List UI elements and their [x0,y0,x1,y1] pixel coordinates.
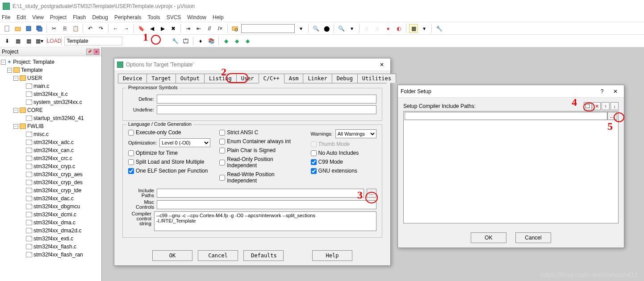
tab-utilities[interactable]: Utilities [357,74,396,83]
menu-view[interactable]: View [32,14,44,21]
optimization-select[interactable]: Level 0 (-O0) [159,138,210,147]
tree-file[interactable]: stm32f4xx_flash_ran [33,252,83,258]
move-down-button[interactable]: ↓ [611,102,619,110]
enum-int-check[interactable]: Enum Container always int [219,138,301,145]
open-file-icon[interactable] [13,24,22,33]
pack2-icon[interactable]: ◆ [232,37,241,45]
tree-file[interactable]: stm32f4xx_flash.c [33,244,76,250]
paste-icon[interactable]: 📋 [71,24,80,33]
help-icon[interactable]: ? [597,88,607,95]
undefine-input[interactable] [157,105,376,114]
menu-tools[interactable]: Tools [148,14,160,21]
split-load-check[interactable]: Split Load and Store Multiple [128,159,210,165]
tree-file[interactable]: main.c [33,83,49,89]
menu-file[interactable]: File [2,14,10,21]
circle4-icon[interactable]: ◐ [394,24,403,33]
strict-ansi-check[interactable]: Strict ANSI C [219,129,301,136]
tab-device[interactable]: Device [118,74,147,83]
redo-icon[interactable]: ↷ [96,24,105,33]
tree-file[interactable]: stm32f4xx_it.c [33,91,68,97]
tree-file[interactable]: stm32f4xx_adc.c [33,139,74,145]
folder-cancel-button[interactable]: Cancel [515,232,551,243]
menu-edit[interactable]: Edit [17,14,26,21]
tree-file[interactable]: stm32f4xx_dma.c [33,219,75,226]
tab-asm[interactable]: Asm [284,74,304,83]
cancel-button[interactable]: Cancel [198,250,238,261]
save-icon[interactable] [24,24,33,33]
target-selector[interactable]: Template [64,37,122,45]
menu-help[interactable]: Help [213,14,224,21]
folder-ok-button[interactable]: OK [471,232,506,243]
translate-icon[interactable]: ⬇ [3,37,12,45]
tree-folder[interactable]: CORE [27,107,43,113]
pack1-icon[interactable]: ◆ [222,37,230,45]
tree-file[interactable]: stm32f4xx_cryp_aes [33,171,83,178]
tree-file[interactable]: stm32f4xx_cryp_tde [33,187,81,194]
outdent-icon[interactable]: ⇤ [194,24,203,33]
path-input[interactable] [405,112,607,120]
comment-icon[interactable]: // [205,24,214,33]
pack3-icon[interactable]: ◆ [243,37,252,45]
close-icon[interactable]: ✕ [610,87,621,96]
tree-folder[interactable]: USER [27,75,42,81]
tree-group[interactable]: Template [21,67,43,73]
tree-file[interactable]: misc.c [33,131,49,137]
tab-debug[interactable]: Debug [332,74,358,83]
tree-file[interactable]: stm32f4xx_can.c [33,147,74,153]
indent-icon[interactable]: ⇥ [184,24,192,33]
misc-controls-input[interactable] [157,200,376,209]
batch-build-icon[interactable]: ▦▾ [35,37,44,45]
books-icon[interactable]: 📚 [207,37,216,45]
optimize-time-check[interactable]: Optimize for Time [128,150,210,156]
warnings-select[interactable]: All Warnings [335,129,376,138]
tree-file[interactable]: stm32f4xx_exti.c [33,236,73,242]
menu-project[interactable]: Project [50,14,67,21]
project-tree[interactable]: −✦ Project: Template −Template −USER mai… [0,56,101,281]
tree-file[interactable]: stm32f4xx_dma2d.c [33,227,81,234]
tree-file[interactable]: stm32f4xx_dbgmcu [33,203,80,210]
bookmark-next-icon[interactable]: ▶ [158,24,167,33]
window-dropdown-icon[interactable]: ▾ [420,24,429,33]
copy-icon[interactable]: ⎘ [60,24,69,33]
options-icon[interactable]: 🔧 [171,37,180,45]
readwrite-pi-check[interactable]: Read-Write Position Independent [219,171,301,184]
circle2-icon[interactable]: ○ [373,24,382,33]
c99-check[interactable]: C99 Mode [311,159,376,165]
save-all-icon[interactable] [35,24,44,33]
close-icon[interactable]: ✕ [376,60,388,69]
no-auto-check[interactable]: No Auto Includes [311,150,376,156]
tree-file[interactable]: stm32f4xx_crc.c [33,155,72,161]
uncomment-icon[interactable]: /× [216,24,225,33]
tree-file[interactable]: system_stm32f4xx.c [33,99,82,105]
tree-file[interactable]: stm32f4xx_dcmi.c [33,211,76,218]
tab-linker[interactable]: Linker [303,74,332,83]
tab-target[interactable]: Target [146,74,176,83]
paths-list[interactable]: … [403,111,619,223]
menu-window[interactable]: Window [187,14,206,21]
build-icon[interactable]: ▦ [13,37,22,45]
debug-icon[interactable]: 🔍 [311,24,320,33]
help-button[interactable]: Help [312,250,352,261]
define-input[interactable] [157,95,376,103]
tree-toggle[interactable]: − [1,60,6,65]
readonly-pi-check[interactable]: Read-Only Position Independent [219,156,301,169]
menu-peripherals[interactable]: Peripherals [114,14,142,21]
panel-pin-icon[interactable]: 📌 [86,49,92,55]
tab-output[interactable]: Output [176,74,205,83]
rebuild-icon[interactable]: ▦ [24,37,33,45]
plain-char-check[interactable]: Plain Char is Signed [219,147,301,153]
manage-icon[interactable]: ♦ [196,37,205,45]
tree-file[interactable]: startup_stm32f40_41 [33,115,84,121]
circle3-icon[interactable]: ● [384,24,393,33]
menu-svcs[interactable]: SVCS [167,14,181,21]
tree-file[interactable]: stm32f4xx_cryp_des [33,179,83,186]
find-input[interactable] [241,24,295,33]
new-file-icon[interactable] [3,24,12,33]
move-up-button[interactable]: ↑ [602,102,610,110]
execute-only-check[interactable]: Execute-only Code [128,129,210,136]
defaults-button[interactable]: Defaults [243,250,284,261]
path-browse-button[interactable]: … [607,112,617,120]
bookmark-clear-icon[interactable]: ✖ [169,24,178,33]
circle1-icon[interactable]: ○ [362,24,371,33]
tree-root[interactable]: Project: Template [13,59,54,65]
